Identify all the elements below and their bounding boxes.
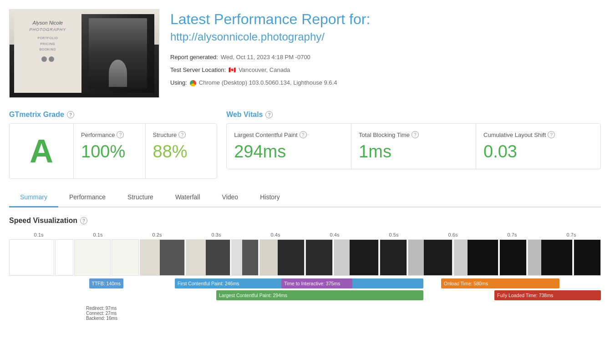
cls-vital: Cumulative Layout Shift ? 0.03 bbox=[476, 124, 600, 169]
cls-label: Cumulative Layout Shift ? bbox=[483, 131, 593, 138]
frames-row bbox=[9, 239, 601, 276]
scale-07b: 0.7s bbox=[542, 232, 601, 238]
frame-4 bbox=[112, 239, 139, 276]
tti-marker: Time to Interactive: 375ms bbox=[281, 278, 352, 288]
sub-timings: Redirect: 97ms Connect: 27ms Backend: 16… bbox=[9, 306, 601, 321]
tab-performance[interactable]: Performance bbox=[58, 188, 117, 207]
tbt-label: Total Blocking Time ? bbox=[359, 131, 468, 138]
lcp-value: 294ms bbox=[234, 142, 344, 162]
frame-1 bbox=[9, 239, 54, 276]
lcp-label: Largest Contentful Paint ? bbox=[234, 131, 344, 138]
generated-label: Report generated: bbox=[170, 51, 218, 63]
frame-11 bbox=[380, 239, 407, 276]
gtmetrix-grade-help-icon[interactable]: ? bbox=[67, 111, 74, 118]
tab-waterfall[interactable]: Waterfall bbox=[164, 188, 211, 207]
performance-label: Performance ? bbox=[81, 131, 138, 138]
frame-10 bbox=[334, 239, 379, 276]
using-label: Using: bbox=[170, 77, 187, 89]
gtmetrix-grade-title: GTmetrix Grade ? bbox=[9, 111, 217, 119]
frame-15 bbox=[528, 239, 573, 276]
lcp-vital: Largest Contentful Paint ? 294ms bbox=[227, 124, 351, 169]
tab-video[interactable]: Video bbox=[211, 188, 249, 207]
frame-9 bbox=[305, 239, 333, 276]
scale-06: 0.6s bbox=[423, 232, 483, 238]
timing-markers-container: TTFB: 140ms First Contentful Paint: 246m… bbox=[9, 278, 601, 304]
frame-5 bbox=[140, 239, 185, 276]
scale-01b: 0.1s bbox=[68, 232, 127, 238]
report-info: Latest Performance Report for: http://al… bbox=[170, 9, 601, 90]
scale-04b: 0.4s bbox=[305, 232, 364, 238]
chrome-icon bbox=[190, 80, 196, 86]
frame-8 bbox=[259, 239, 305, 276]
cls-help-icon[interactable]: ? bbox=[548, 131, 555, 138]
tbt-help-icon[interactable]: ? bbox=[412, 131, 419, 138]
scale-04a: 0.4s bbox=[246, 232, 305, 238]
frame-7 bbox=[231, 239, 259, 276]
tab-history[interactable]: History bbox=[249, 188, 291, 207]
frame-12 bbox=[408, 239, 453, 276]
connect-timing: Connect: 27ms bbox=[86, 311, 601, 316]
structure-metric: Structure ? 88% bbox=[145, 124, 217, 178]
scale-05: 0.5s bbox=[364, 232, 423, 238]
frame-14 bbox=[499, 239, 527, 276]
scale-01a: 0.1s bbox=[9, 232, 68, 238]
grade-box: A Performance ? 100% Structure ? bbox=[9, 123, 217, 179]
canada-flag-icon: 🇨🇦 bbox=[229, 64, 236, 76]
grade-metrics: Performance ? 100% Structure ? 88% bbox=[73, 124, 217, 178]
structure-help-icon[interactable]: ? bbox=[178, 131, 186, 138]
tab-structure[interactable]: Structure bbox=[117, 188, 164, 207]
report-url: http://alysonnicole.photography/ bbox=[170, 30, 601, 43]
tab-summary[interactable]: Summary bbox=[9, 188, 58, 207]
lcp-help-icon[interactable]: ? bbox=[300, 131, 307, 138]
lcp-marker: Largest Contentful Paint: 294ms bbox=[216, 290, 423, 300]
scale-07a: 0.7s bbox=[483, 232, 542, 238]
generated-value: Wed, Oct 11, 2023 4:18 PM -0700 bbox=[221, 51, 310, 63]
performance-help-icon[interactable]: ? bbox=[117, 131, 124, 138]
report-meta: Report generated: Wed, Oct 11, 2023 4:18… bbox=[170, 51, 601, 89]
frame-3 bbox=[74, 239, 110, 276]
onload-marker: Onload Time: 580ms bbox=[441, 278, 559, 288]
site-screenshot: Alyson NicolePHOTOGRAPHY PORTFOLIOPRICIN… bbox=[9, 9, 159, 98]
ttfb-marker: TTFB: 140ms bbox=[89, 278, 124, 288]
performance-metric: Performance ? 100% bbox=[73, 124, 145, 178]
scale-02: 0.2s bbox=[127, 232, 187, 238]
timeline-scale: 0.1s 0.1s 0.2s 0.3s 0.4s 0.4s 0.5s 0.6s … bbox=[9, 232, 601, 238]
web-vitals-panel: Web Vitals ? Largest Contentful Paint ? … bbox=[226, 111, 601, 179]
report-title: Latest Performance Report for: bbox=[170, 11, 601, 28]
frame-2 bbox=[55, 239, 74, 276]
speed-visualization-section: Speed Visualization ? 0.1s 0.1s 0.2s 0.3… bbox=[9, 217, 601, 321]
speed-viz-help-icon[interactable]: ? bbox=[80, 217, 87, 224]
performance-value: 100% bbox=[81, 142, 138, 162]
server-label: Test Server Location: bbox=[170, 64, 226, 76]
gtmetrix-grade-panel: GTmetrix Grade ? A Performance ? 100% bbox=[9, 111, 217, 179]
scale-03: 0.3s bbox=[187, 232, 246, 238]
web-vitals-help-icon[interactable]: ? bbox=[265, 111, 273, 118]
tbt-vital: Total Blocking Time ? 1ms bbox=[351, 124, 476, 169]
frame-13 bbox=[454, 239, 499, 276]
server-value: Vancouver, Canada bbox=[239, 64, 290, 76]
backend-timing: Backend: 16ms bbox=[86, 316, 601, 321]
frame-6 bbox=[186, 239, 231, 276]
web-vitals-title: Web Vitals ? bbox=[226, 111, 601, 119]
grade-letter: A bbox=[10, 124, 73, 178]
frame-16 bbox=[574, 239, 601, 276]
structure-value: 88% bbox=[153, 142, 210, 162]
vitals-box: Largest Contentful Paint ? 294ms Total B… bbox=[226, 123, 601, 169]
redirect-timing: Redirect: 97ms bbox=[86, 306, 601, 311]
using-value: Chrome (Desktop) 103.0.5060.134, Lightho… bbox=[199, 77, 337, 89]
cls-value: 0.03 bbox=[483, 142, 593, 162]
fully-loaded-marker: Fully Loaded Time: 738ms bbox=[494, 290, 601, 300]
tbt-value: 1ms bbox=[359, 142, 468, 162]
speed-viz-title: Speed Visualization ? bbox=[9, 217, 601, 225]
structure-label: Structure ? bbox=[153, 131, 210, 138]
tabs: Summary Performance Structure Waterfall … bbox=[9, 188, 601, 207]
